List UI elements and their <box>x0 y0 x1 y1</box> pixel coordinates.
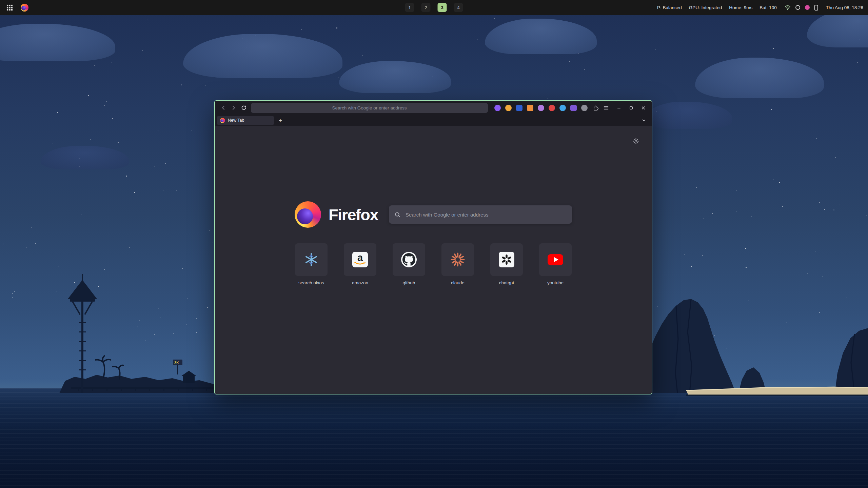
window-controls <box>614 103 648 113</box>
shortcut-tile <box>441 243 474 276</box>
openai-knot-icon <box>499 252 514 267</box>
shortcut-tile: a <box>344 243 376 276</box>
grid-icon <box>6 4 13 11</box>
shortcut-label: claude <box>451 280 465 285</box>
app-launcher-button[interactable] <box>5 3 14 12</box>
chevron-right-icon <box>231 105 236 110</box>
extension-icon-3[interactable] <box>516 105 522 111</box>
navigation-toolbar <box>215 101 652 115</box>
tab-title: New Tab <box>228 118 244 123</box>
youtube-play-icon <box>548 254 563 265</box>
shortcut-github[interactable]: github <box>393 243 425 285</box>
workspace-2[interactable]: 2 <box>421 3 431 12</box>
claude-starburst-icon <box>450 252 465 267</box>
shortcuts-row: search.nixos a amazon <box>215 243 652 285</box>
newtab-search-input[interactable] <box>405 211 567 218</box>
gear-icon <box>632 138 639 145</box>
forward-button[interactable] <box>229 103 239 113</box>
workspace-1[interactable]: 1 <box>405 3 414 12</box>
search-icon <box>394 211 401 218</box>
status-bar: 1 2 3 4 P: Balanced GPU: Integrated Home… <box>0 0 868 15</box>
shortcut-tile <box>539 243 572 276</box>
extension-icon-7[interactable] <box>559 105 566 111</box>
palm-trees <box>96 356 123 379</box>
system-tray <box>785 5 818 11</box>
menu-button[interactable] <box>601 103 611 113</box>
workspace-3[interactable]: 3 <box>438 3 447 12</box>
minimize-icon <box>616 105 622 110</box>
nixos-snowflake-icon <box>304 252 319 267</box>
gpu-module[interactable]: GPU: Integrated <box>689 5 722 10</box>
firefox-logo <box>295 201 321 228</box>
reload-icon <box>241 105 246 110</box>
watchtower <box>68 274 97 393</box>
shortcut-label: chatgpt <box>499 280 514 285</box>
github-octocat-icon <box>401 252 417 267</box>
url-input[interactable] <box>251 105 488 111</box>
extension-icon-5[interactable] <box>538 105 544 111</box>
shortcut-claude[interactable]: claude <box>441 243 474 285</box>
newtab-search-box[interactable] <box>389 205 572 224</box>
latency-module[interactable]: Home: 9ms <box>729 5 752 10</box>
firefox-icon <box>21 4 28 12</box>
tab-new-tab[interactable]: New Tab <box>217 116 274 125</box>
power-profile-module[interactable]: P: Balanced <box>657 5 682 10</box>
shortcut-chatgpt[interactable]: chatgpt <box>490 243 523 285</box>
shortcut-tile <box>490 243 523 276</box>
extensions-button[interactable] <box>591 103 601 113</box>
firefox-launcher-button[interactable] <box>20 3 29 12</box>
shortcut-search-nixos[interactable]: search.nixos <box>295 243 328 285</box>
shortcut-label: amazon <box>352 280 368 285</box>
new-tab-page: Firefox <box>215 126 652 394</box>
notification-dot-icon[interactable] <box>805 5 810 10</box>
extension-icon-4[interactable] <box>527 105 533 111</box>
amazon-icon: a <box>352 252 368 267</box>
extension-icon-2[interactable] <box>505 105 512 111</box>
reload-button[interactable] <box>239 103 249 113</box>
workspace-4[interactable]: 4 <box>454 3 463 12</box>
newtab-hero: Firefox <box>215 201 652 228</box>
hamburger-icon <box>603 105 609 111</box>
extension-icon-8[interactable] <box>570 105 577 111</box>
back-button[interactable] <box>218 103 229 113</box>
firefox-favicon <box>220 118 225 123</box>
shortcut-label: search.nixos <box>298 280 324 285</box>
maximize-button[interactable] <box>626 103 636 113</box>
extension-icon-9[interactable] <box>581 105 588 111</box>
tab-bar: New Tab + <box>215 115 652 126</box>
shortcut-amazon[interactable]: a amazon <box>344 243 376 285</box>
new-tab-button[interactable]: + <box>276 116 285 125</box>
battery-module[interactable]: Bat: 100 <box>760 5 776 10</box>
island-sign: 3K <box>174 361 179 365</box>
extension-toolbar <box>494 105 588 111</box>
shortcut-youtube[interactable]: youtube <box>539 243 572 285</box>
close-button[interactable] <box>638 103 648 113</box>
clock[interactable]: Thu Aug 08, 18:26 <box>826 5 863 10</box>
firefox-window: New Tab + Firefox <box>214 100 652 394</box>
shortcut-tile <box>393 243 425 276</box>
wifi-icon[interactable] <box>785 5 791 10</box>
shortcut-tile <box>295 243 328 276</box>
shortcut-label: github <box>403 280 415 285</box>
workspace-switcher: 1 2 3 4 <box>405 0 463 15</box>
extension-icon-6[interactable] <box>549 105 555 111</box>
firefox-wordmark: Firefox <box>329 205 378 224</box>
extension-icon-1[interactable] <box>494 105 501 111</box>
shortcut-label: youtube <box>547 280 564 285</box>
chevron-down-icon <box>642 118 646 123</box>
bluetooth-icon[interactable] <box>795 5 800 10</box>
url-bar[interactable] <box>251 103 488 113</box>
puzzle-icon <box>593 105 599 111</box>
maximize-icon <box>629 105 634 110</box>
minimize-button[interactable] <box>614 103 624 113</box>
tab-list-button[interactable] <box>639 116 648 125</box>
personalize-button[interactable] <box>632 138 639 146</box>
chevron-left-icon <box>221 105 226 110</box>
close-icon <box>641 105 646 110</box>
phone-icon[interactable] <box>814 5 818 11</box>
